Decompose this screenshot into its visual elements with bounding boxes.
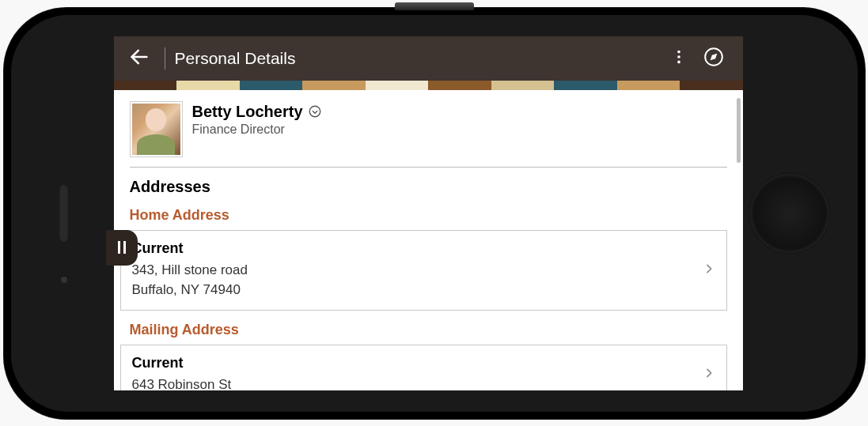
home-address-line1: 343, Hill stone road (132, 260, 703, 281)
svg-point-6 (309, 106, 320, 117)
avatar (130, 101, 183, 157)
svg-marker-5 (710, 53, 717, 60)
home-address-card[interactable]: Current 343, Hill stone road Buffalo, NY… (120, 230, 727, 311)
compass-icon[interactable] (696, 42, 732, 75)
mailing-address-status: Current (132, 355, 703, 371)
person-header: Betty Locherty Finance Director (130, 98, 727, 168)
chevron-down-circle-icon[interactable] (308, 104, 322, 119)
mailing-address-heading: Mailing Address (130, 322, 727, 338)
header-divider (165, 47, 165, 70)
phone-speaker (59, 183, 69, 243)
phone-camera (61, 277, 67, 283)
mailing-address-card[interactable]: Current 643 Robinson St (120, 345, 727, 390)
back-icon[interactable] (125, 43, 154, 74)
svg-point-3 (677, 60, 680, 63)
section-addresses-title: Addresses (130, 178, 727, 196)
app-screen: Personal Details Betty Locherty (114, 36, 743, 390)
decorative-ribbon (114, 81, 743, 90)
home-address-status: Current (132, 240, 703, 257)
scrollbar[interactable] (737, 98, 741, 163)
chevron-right-icon (703, 262, 715, 278)
chevron-right-icon (703, 367, 715, 383)
svg-point-2 (677, 55, 680, 58)
person-name[interactable]: Betty Locherty (192, 103, 322, 121)
person-job-title: Finance Director (192, 123, 322, 137)
content-area: Betty Locherty Finance Director Addresse… (114, 90, 743, 390)
home-address-heading: Home Address (130, 207, 727, 224)
home-button[interactable] (750, 174, 829, 253)
svg-point-1 (677, 50, 680, 53)
person-name-text: Betty Locherty (192, 103, 303, 121)
home-address-line2: Buffalo, NY 74940 (132, 280, 703, 300)
pause-icon[interactable] (106, 230, 138, 266)
menu-dots-icon[interactable] (662, 43, 696, 74)
mailing-address-line1: 643 Robinson St (132, 375, 703, 390)
page-title: Personal Details (175, 49, 662, 68)
phone-top-notch (395, 2, 474, 10)
phone-body: Personal Details Betty Locherty (11, 15, 858, 412)
app-header: Personal Details (114, 36, 743, 81)
phone-frame: Personal Details Betty Locherty (3, 7, 866, 420)
